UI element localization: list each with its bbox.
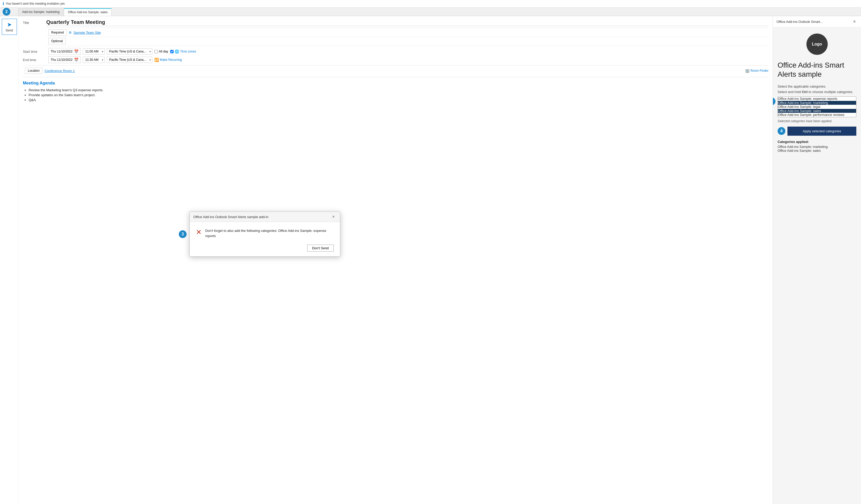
dialog-close-button[interactable]: × [331, 214, 336, 220]
category-option-legal[interactable]: Office Add-ins Sample: legal [778, 105, 856, 109]
end-tz-wrapper: Pacific Time (US & Cana... ▾ [107, 57, 152, 63]
end-date-value: Thu 11/10/2022 [51, 58, 72, 62]
send-area: ➤ Send [0, 16, 19, 504]
send-button[interactable]: ➤ Send [2, 19, 17, 35]
start-time-select[interactable]: 11:00 AM [83, 48, 105, 55]
allday-label: All day [159, 50, 168, 53]
addin-desc1: Select the applicable categories. [778, 84, 856, 88]
divider-location [23, 77, 768, 77]
make-recurring-link[interactable]: 🔁 Make Recurring [154, 58, 182, 62]
step3-badge: 3 [179, 230, 187, 238]
dialog-header: Office Add-ins Outlook Smart Alerts samp… [190, 212, 340, 222]
apply-btn-wrapper: 4 Apply selected categories [778, 126, 856, 136]
step2-badge: 2 [3, 8, 10, 16]
divider-optional [46, 46, 768, 46]
applied-item-sales: Office Add-ins Sample: sales [778, 149, 856, 153]
start-date-value: Thu 11/10/2022 [51, 50, 72, 53]
right-panel: Office Add-ins Outlook Smart... × Logo O… [773, 16, 861, 504]
start-timezone-select[interactable]: Pacific Time (US & Cana... [107, 48, 152, 55]
dialog-message: Don't forget to also add the following c… [205, 228, 334, 239]
title-label: Title [23, 21, 46, 25]
tab-marketing[interactable]: Add-ins Sample: marketing [18, 8, 64, 16]
location-row: Location Conference Room 1 🏢 Room Finder [23, 68, 768, 74]
applied-text: Selected categories have been applied. [778, 119, 856, 123]
list-item: Provide updates on the Sales team's proj… [29, 93, 768, 97]
desc2-suffix: to choose multiple categories. [808, 90, 853, 94]
dialog-footer: Don't Send [190, 243, 340, 256]
recurring-icon: 🔁 [154, 58, 159, 62]
logo-text: Logo [812, 42, 822, 46]
location-link[interactable]: Conference Room 1 [44, 69, 743, 73]
applied-item-marketing: Office Add-ins Sample: marketing [778, 145, 856, 149]
calendar-icon: 📅 [74, 50, 79, 54]
calendar-end-icon: 📅 [74, 58, 79, 62]
categories-applied-title: Categories applied: [778, 140, 856, 144]
agenda-section: Meeting Agenda Review the Marketing team… [23, 81, 768, 102]
notification-bar: ℹ You haven't sent this meeting invitati… [0, 0, 861, 8]
end-time-label: End time [23, 58, 46, 62]
notification-text: You haven't sent this meeting invitation… [6, 2, 65, 5]
form-area: Title Required ⊞ Sample Team Site Option… [19, 16, 773, 504]
required-button[interactable]: Required [48, 29, 67, 36]
dialog-body: ✕ Don't forget to also add the following… [190, 222, 340, 243]
timezones-checkbox[interactable] [170, 50, 174, 53]
globe-icon: 🌐 [175, 50, 179, 54]
category-option-sales[interactable]: Office Add-ins Sample: sales [778, 109, 856, 113]
dialog-error-icon: ✕ [196, 229, 202, 235]
apply-button[interactable]: Apply selected categories [788, 126, 856, 136]
location-button[interactable]: Location [25, 68, 42, 74]
dialog-box: 3 Office Add-ins Outlook Smart Alerts sa… [190, 212, 340, 257]
divider-required [46, 37, 768, 37]
right-panel-header: Office Add-ins Outlook Smart... × [773, 16, 861, 27]
info-icon: ℹ [3, 1, 4, 6]
desc2-prefix: Select and hold [778, 90, 802, 94]
dialog-title: Office Add-ins Outlook Smart Alerts samp… [193, 215, 269, 219]
step1-badge-wrapper: 1 [773, 97, 776, 105]
divider-time [23, 65, 768, 66]
allday-checkbox[interactable] [154, 50, 158, 53]
timezones-checkbox-label[interactable]: 🌐 Time zones [170, 50, 196, 54]
list-item: Q&A. [29, 98, 768, 102]
start-date-input[interactable]: Thu 11/10/2022 📅 [48, 48, 81, 55]
right-panel-title: Office Add-ins Outlook Smart... [777, 20, 823, 24]
room-finder-icon: 🏢 [745, 69, 750, 73]
start-time-row: Start time Thu 11/10/2022 📅 11:00 AM ▾ P… [23, 48, 768, 55]
category-section: 1 Office Add-ins Sample: expense reports… [778, 96, 856, 117]
start-time-select-wrapper: 11:00 AM ▾ [83, 48, 105, 55]
start-tz-wrapper: Pacific Time (US & Cana... ▾ [107, 48, 152, 55]
end-time-row: End time Thu 11/10/2022 📅 11:30 AM ▾ Pac… [23, 56, 768, 63]
agenda-list: Review the Marketing team's Q3 expense r… [23, 88, 768, 102]
right-panel-close-button[interactable]: × [851, 19, 857, 25]
optional-row: Optional [23, 38, 768, 44]
dont-send-button[interactable]: Don't Send [307, 245, 334, 251]
tab-bar: 2 Add-ins Sample: marketing Office Add-i… [0, 8, 861, 16]
timezones-label: Time zones [180, 50, 196, 53]
logo-circle: Logo [806, 33, 828, 55]
expand-icon: ⊞ [69, 31, 71, 34]
category-option-marketing[interactable]: Office Add-ins Sample: marketing [778, 101, 856, 105]
list-item: Review the Marketing team's Q3 expense r… [29, 88, 768, 92]
title-input[interactable] [46, 19, 768, 26]
addin-desc2: Select and hold Ctrl to choose multiple … [778, 90, 856, 94]
end-time-select[interactable]: 11:30 AM [83, 57, 105, 63]
room-finder-link[interactable]: 🏢 Room Finder [745, 69, 768, 73]
desc2-ctrl: Ctrl [802, 90, 807, 94]
agenda-title: Meeting Agenda [23, 81, 768, 85]
send-arrow-icon: ➤ [7, 21, 12, 28]
team-site-link[interactable]: Sample Team Site [73, 31, 101, 35]
end-date-input[interactable]: Thu 11/10/2022 📅 [48, 56, 81, 63]
category-listbox[interactable]: Office Add-ins Sample: expense reports O… [778, 96, 856, 117]
send-label: Send [5, 29, 13, 32]
required-row: Required ⊞ Sample Team Site [23, 29, 768, 36]
start-time-label: Start time [23, 50, 46, 54]
optional-button[interactable]: Optional [48, 38, 66, 44]
category-option-expense[interactable]: Office Add-ins Sample: expense reports [778, 97, 856, 101]
categories-applied-section: Categories applied: Office Add-ins Sampl… [778, 140, 856, 153]
title-row: Title [23, 19, 768, 26]
right-panel-content: Logo Office Add-ins Smart Alerts sample … [773, 27, 861, 504]
addin-title: Office Add-ins Smart Alerts sample [778, 60, 856, 79]
category-option-performance[interactable]: Office Add-ins Sample: performance revie… [778, 113, 856, 117]
tab-sales[interactable]: Office Add-ins Sample: sales [64, 8, 111, 16]
end-timezone-select[interactable]: Pacific Time (US & Cana... [107, 57, 152, 63]
allday-checkbox-label[interactable]: All day [154, 50, 168, 53]
